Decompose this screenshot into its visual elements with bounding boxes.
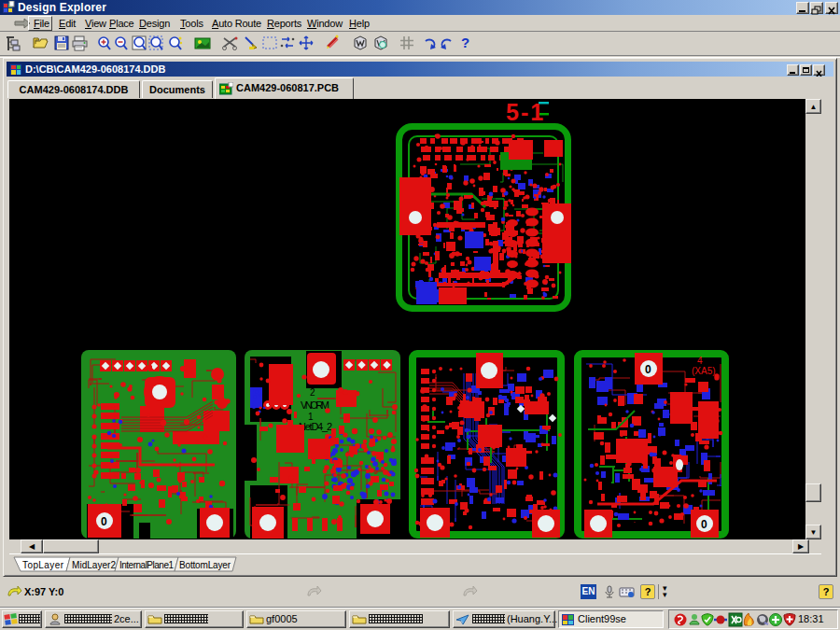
svg-text:BottomLayer: BottomLayer bbox=[179, 560, 231, 570]
svg-text:(XA5): (XA5) bbox=[692, 366, 716, 376]
svg-text:0: 0 bbox=[645, 363, 651, 376]
svg-text:VNORM: VNORM bbox=[301, 399, 329, 411]
svg-text:2: 2 bbox=[310, 387, 315, 398]
svg-text:4: 4 bbox=[697, 356, 703, 366]
svg-text:MidLayer2: MidLayer2 bbox=[72, 560, 116, 570]
svg-text:InternalPlane1: InternalPlane1 bbox=[119, 560, 174, 570]
svg-text:TopLayer: TopLayer bbox=[22, 560, 64, 570]
svg-text:0: 0 bbox=[701, 518, 707, 531]
svg-text:0: 0 bbox=[101, 515, 107, 528]
